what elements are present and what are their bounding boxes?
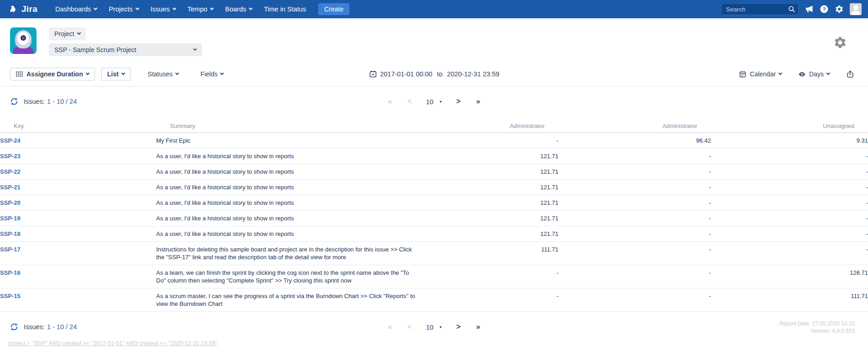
duration-value: - (558, 168, 711, 176)
calendar-dropdown[interactable]: Calendar (739, 70, 782, 78)
report-version: Version: 4.8.0.653 (779, 327, 855, 335)
settings-icon[interactable] (835, 5, 844, 14)
table-body: SSP-24 My First Epic - 96.42 9.31 SSP-23… (0, 133, 868, 312)
date-range-picker[interactable]: 2017-01-01 00:00 to 2020-12-31 23:59 (368, 70, 499, 78)
nav-item-label: Tempo (188, 5, 208, 13)
issue-key-link[interactable]: SSP-21 (0, 184, 21, 191)
table-row: SSP-24 My First Epic - 96.42 9.31 (0, 133, 868, 149)
next-page-button[interactable]: > (456, 97, 460, 106)
nav-item-projects[interactable]: Projects (103, 0, 144, 18)
issue-key-link[interactable]: SSP-17 (0, 246, 21, 253)
nav-item-boards[interactable]: Boards (219, 0, 258, 18)
user-avatar[interactable] (850, 3, 862, 15)
issue-key-link[interactable]: SSP-15 (0, 293, 21, 299)
nav-item-issues[interactable]: Issues (145, 0, 182, 18)
prev-page-button[interactable]: < (407, 323, 411, 331)
issue-key-link[interactable]: SSP-23 (0, 153, 21, 160)
nav-menu: DashboardsProjectsIssuesTempoBoardsTime … (49, 0, 312, 18)
page-size-select[interactable]: 10 ▼ (426, 323, 442, 331)
issue-summary: My First Epic (156, 137, 421, 144)
page-size-select[interactable]: 10 ▼ (426, 98, 442, 106)
duration-value: - (558, 230, 711, 238)
issue-key-cell: SSP-22 (0, 168, 156, 176)
duration-value: - (711, 214, 868, 222)
create-button[interactable]: Create (318, 3, 349, 15)
issues-count-label: Issues: (24, 98, 45, 105)
column-header: Administrator (408, 123, 545, 129)
project-select[interactable]: SSP - Sample Scrum Project (49, 43, 202, 56)
duration-value: - (421, 292, 558, 300)
duration-value: 121.71 (421, 214, 558, 222)
chevron-down-icon (779, 71, 782, 75)
issue-key-cell: SSP-17 (0, 246, 156, 253)
chevron-down-icon (210, 6, 214, 10)
duration-value: - (558, 292, 711, 300)
next-page-button[interactable]: > (456, 323, 460, 331)
duration-value: - (558, 183, 711, 191)
duration-value: - (558, 269, 711, 277)
page-size-value: 10 (426, 98, 434, 106)
report-date: Report Date: 27.05.2020 14:23 (779, 320, 855, 327)
chevron-down-icon (220, 71, 224, 75)
view-dropdown[interactable]: List (101, 68, 131, 80)
refresh-icon[interactable] (10, 97, 18, 106)
report-type-dropdown[interactable]: Assignee Duration (10, 68, 95, 80)
duration-value: 121.71 (421, 199, 558, 207)
project-type-dropdown[interactable]: Project (49, 27, 86, 40)
last-page-button[interactable]: » (476, 323, 480, 331)
duration-value: - (421, 137, 558, 144)
last-page-button[interactable]: » (476, 97, 480, 106)
announcement-icon[interactable] (805, 5, 814, 14)
column-header: Unassigned (697, 123, 854, 129)
nav-item-label: Time in Status (264, 5, 306, 13)
export-icon[interactable] (846, 70, 854, 78)
nav-item-tempo[interactable]: Tempo (182, 0, 220, 18)
issue-key-link[interactable]: SSP-19 (0, 215, 21, 222)
table-row: SSP-19 As a user, I'd like a historical … (0, 211, 868, 226)
units-dropdown[interactable]: Days (798, 70, 830, 78)
top-navbar: Jira DashboardsProjectsIssuesTempoBoards… (0, 0, 868, 18)
chevron-down-icon (121, 71, 125, 75)
eye-icon (798, 70, 806, 78)
table-row: SSP-18 As a user, I'd like a historical … (0, 226, 868, 242)
units-label: Days (809, 70, 824, 78)
chevron-down-icon (85, 71, 89, 75)
issue-key-link[interactable]: SSP-16 (0, 269, 21, 276)
duration-value: - (711, 230, 868, 238)
prev-page-button[interactable]: < (407, 97, 411, 106)
table-row: SSP-22 As a user, I'd like a historical … (0, 164, 868, 180)
refresh-icon[interactable] (10, 323, 18, 331)
duration-value: 121.71 (421, 230, 558, 238)
duration-value: - (711, 168, 868, 176)
issue-summary: As a team, we can finish the sprint by c… (156, 269, 421, 284)
issue-key-cell: SSP-15 (0, 292, 156, 300)
date-from: 2017-01-01 00:00 (380, 70, 432, 78)
issue-key-link[interactable]: SSP-18 (0, 230, 21, 237)
jql-query-link[interactable]: project = "SSP" AND created >= "2017-01-… (8, 340, 217, 347)
issues-count-range: 1 - 10 / 24 (47, 98, 77, 105)
nav-item-time-in-status[interactable]: Time in Status (258, 0, 312, 18)
avatar-body (852, 11, 860, 15)
fields-label: Fields (200, 70, 217, 78)
gear-icon[interactable] (833, 36, 847, 51)
logo-text: Jira (21, 4, 37, 14)
issue-summary: As a user, I'd like a historical story t… (156, 199, 421, 207)
duration-value: - (558, 199, 711, 207)
help-icon[interactable]: ? (820, 5, 829, 14)
search-icon[interactable] (788, 5, 795, 13)
table-row: SSP-21 As a user, I'd like a historical … (0, 180, 868, 195)
statuses-dropdown[interactable]: Statuses (148, 70, 179, 78)
duration-value: - (711, 183, 868, 191)
issue-key-link[interactable]: SSP-22 (0, 168, 21, 175)
issue-key-link[interactable]: SSP-24 (0, 137, 21, 144)
jira-logo[interactable]: Jira (8, 4, 37, 14)
jira-logo-icon (8, 4, 18, 14)
first-page-button[interactable]: « (388, 97, 392, 106)
nav-item-dashboards[interactable]: Dashboards (49, 0, 103, 18)
first-page-button[interactable]: « (388, 323, 392, 331)
duration-value: 121.71 (421, 168, 558, 176)
issue-key-link[interactable]: SSP-20 (0, 199, 21, 206)
page-size-value: 10 (426, 323, 434, 331)
search-input[interactable] (721, 3, 799, 15)
fields-dropdown[interactable]: Fields (200, 70, 223, 78)
